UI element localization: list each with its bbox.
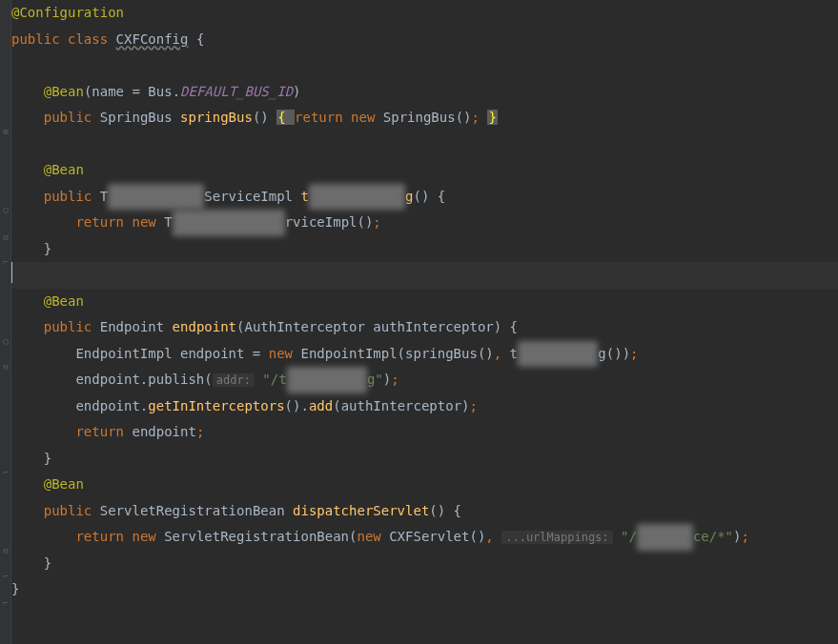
code-line: @Configuration: [11, 0, 838, 27]
code-line: @Bean: [11, 289, 838, 315]
code-line: public class CXFConfig {: [11, 27, 838, 53]
fold-close-icon[interactable]: ⌐: [1, 572, 10, 581]
fold-icon[interactable]: ⊟: [1, 546, 10, 555]
override-icon[interactable]: ○: [1, 336, 10, 346]
code-line: @Bean: [11, 472, 838, 498]
fold-close-icon[interactable]: ⌐: [1, 598, 10, 608]
redacted-text: xxxxxxxxxx: [518, 341, 598, 368]
redacted-text: xxxxxxx: [637, 524, 693, 551]
fold-icon[interactable]: ⊟: [1, 232, 10, 242]
code-line: }: [11, 236, 838, 263]
fold-icon[interactable]: ⊟: [1, 362, 10, 372]
override-icon[interactable]: ○: [1, 205, 10, 214]
code-line: [11, 52, 838, 79]
code-line: return endpoint;: [11, 419, 838, 446]
code-line: [11, 131, 838, 158]
code-line: }: [11, 446, 838, 473]
code-line: @Bean(name = Bus.DEFAULT_BUS_ID): [11, 79, 838, 106]
code-line: public ServletRegistrationBean dispatche…: [11, 498, 838, 525]
code-editor[interactable]: @Configuration public class CXFConfig { …: [11, 0, 838, 644]
param-hint: addr:: [213, 373, 255, 387]
code-line: return new TxxxxxxxxxxxxxxrviceImpl();: [11, 210, 838, 236]
code-line: }: [11, 551, 838, 577]
fold-close-icon[interactable]: ⌐: [1, 468, 10, 477]
redacted-text: xxxxxxxxxxxx: [309, 184, 405, 211]
code-line: EndpointImpl endpoint = new EndpointImpl…: [11, 341, 838, 368]
code-line: endpoint.getInInterceptors().add(authInt…: [11, 393, 838, 420]
param-hint: ...urlMappings:: [501, 531, 612, 544]
code-line: return new ServletRegistrationBean(new C…: [11, 524, 838, 551]
code-line: }: [11, 576, 838, 603]
code-line: public TxxxxxxxxxxxxServiceImpl txxxxxxx…: [11, 184, 838, 211]
redacted-text: xxxxxxxxxx: [287, 367, 367, 393]
redacted-text: xxxxxxxxxxxx: [108, 184, 204, 211]
code-line: public Endpoint endpoint(AuthInterceptor…: [11, 314, 838, 341]
fold-close-icon[interactable]: ⌐: [1, 257, 10, 267]
redacted-text: xxxxxxxxxxxxxx: [173, 210, 285, 236]
code-line: public SpringBus springBus() { return ne…: [11, 105, 838, 131]
code-line-current: [11, 262, 838, 289]
text-cursor: [11, 262, 12, 283]
code-line: endpoint.publish(addr: "/txxxxxxxxxxg");: [11, 367, 838, 393]
fold-icon[interactable]: ⊞: [1, 127, 10, 136]
editor-gutter: ⊞ ○ ⊟ ⌐ ○ ⊟ ⌐ ⊟ ⌐ ⌐: [0, 0, 11, 644]
code-line: @Bean: [11, 157, 838, 184]
